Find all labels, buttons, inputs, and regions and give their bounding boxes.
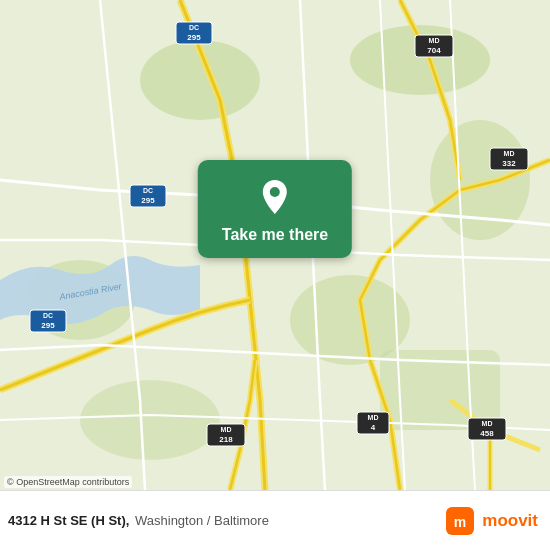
svg-text:MD: MD bbox=[504, 150, 515, 157]
svg-text:704: 704 bbox=[427, 46, 441, 55]
svg-text:MD: MD bbox=[368, 414, 379, 421]
moovit-logo-text: moovit bbox=[482, 511, 538, 531]
svg-text:MD: MD bbox=[221, 426, 232, 433]
osm-attribution: © OpenStreetMap contributors bbox=[4, 476, 132, 488]
svg-text:218: 218 bbox=[219, 435, 233, 444]
svg-text:295: 295 bbox=[41, 321, 55, 330]
location-pin-icon bbox=[257, 176, 293, 218]
svg-text:DC: DC bbox=[43, 312, 53, 319]
map-container: DC 295 DC 295 DC 295 MD 704 MD 332 MD 4 … bbox=[0, 0, 550, 490]
take-me-there-container: Take me there bbox=[198, 160, 352, 258]
footer: 4312 H St SE (H St), Washington / Baltim… bbox=[0, 490, 550, 550]
svg-text:DC: DC bbox=[143, 187, 153, 194]
moovit-logo: m moovit bbox=[446, 507, 538, 535]
take-me-there-button[interactable]: Take me there bbox=[222, 226, 328, 244]
city-label: Washington / Baltimore bbox=[135, 513, 269, 528]
svg-text:332: 332 bbox=[502, 159, 516, 168]
svg-point-7 bbox=[80, 380, 220, 460]
svg-point-34 bbox=[270, 187, 280, 197]
svg-text:4: 4 bbox=[371, 423, 376, 432]
svg-text:295: 295 bbox=[141, 196, 155, 205]
footer-address-text: 4312 H St SE (H St), Washington / Baltim… bbox=[8, 513, 446, 528]
svg-text:MD: MD bbox=[429, 37, 440, 44]
address-label: 4312 H St SE (H St), bbox=[8, 513, 129, 528]
svg-text:295: 295 bbox=[187, 33, 201, 42]
svg-text:458: 458 bbox=[480, 429, 494, 438]
moovit-icon: m bbox=[446, 507, 474, 535]
svg-text:m: m bbox=[454, 514, 466, 530]
svg-text:MD: MD bbox=[482, 420, 493, 427]
svg-text:DC: DC bbox=[189, 24, 199, 31]
